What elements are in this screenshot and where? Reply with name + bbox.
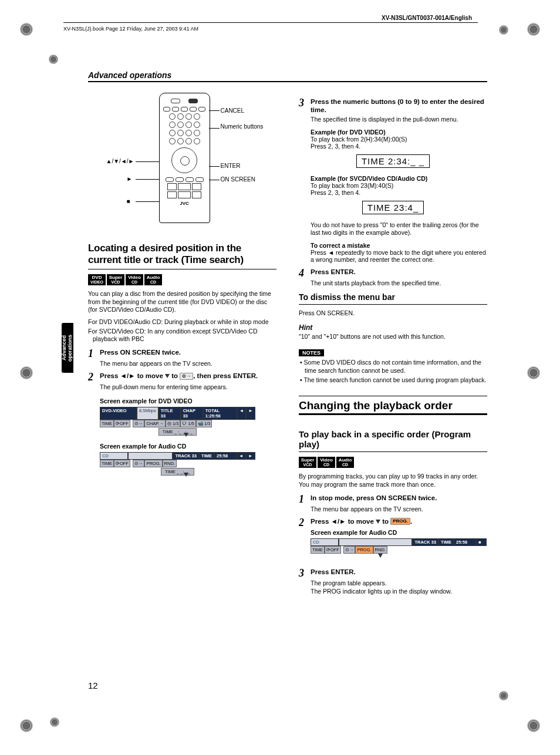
step2-sub: The pull-down menu for entering time app… bbox=[100, 383, 276, 390]
step-number: 3 bbox=[299, 97, 307, 108]
section-title: Advanced operations bbox=[88, 70, 487, 82]
time-display-dvd: TIME 2:34:_ _ bbox=[356, 154, 430, 168]
pstep1-sub: The menu bar appears on the TV screen. bbox=[311, 505, 487, 513]
callout-stop: ■ bbox=[127, 198, 130, 204]
pstep2-text: Press ◄/► to move to PROG.. bbox=[311, 517, 487, 525]
callout-numeric: Numeric buttons bbox=[221, 123, 250, 130]
menubar-prog: CD TRACK 33 TIME 25:58 ■ TIME ⟳OFF ⊙→ PR… bbox=[311, 538, 487, 559]
program-intro: By programming tracks, you can play up t… bbox=[299, 473, 487, 488]
time-search-heading: Locating a desired position in the curre… bbox=[88, 242, 276, 265]
side-tab: Advanced operations bbox=[62, 323, 73, 373]
hint-body: "10" and "+10" buttons are not used with… bbox=[299, 333, 487, 341]
condition-svcd: For SVCD/Video CD: In any condition exce… bbox=[88, 328, 276, 343]
prog-icon: PROG. bbox=[390, 518, 410, 525]
step-number: 1 bbox=[88, 348, 96, 359]
note-2: • The time search function cannot be use… bbox=[299, 376, 487, 385]
crop-mark-icon bbox=[18, 717, 35, 734]
crop-mark-icon bbox=[525, 717, 542, 734]
example-cd-title: Example (for SVCD/Video CD/Audio CD) bbox=[311, 175, 487, 182]
cursor-icon bbox=[378, 554, 383, 558]
crop-mark-icon bbox=[525, 364, 542, 382]
clock-goto-icon: ⊙→ bbox=[180, 373, 193, 380]
crop-mark-icon bbox=[497, 23, 510, 36]
crop-mark-icon bbox=[48, 716, 61, 729]
program-badges: SuperVCD VideoCD AudioCD bbox=[299, 457, 487, 468]
example-cd-l2: Press 2, 3, then 4. bbox=[311, 189, 487, 196]
crop-mark-icon bbox=[497, 689, 510, 702]
crop-mark-icon bbox=[18, 21, 35, 38]
crop-mark-icon bbox=[47, 53, 60, 66]
pstep1-text: In stop mode, press ON SCREEN twice. bbox=[311, 494, 487, 502]
menubar-cd: CD TRACK 33 TIME 25:58 ◄ ► TIME ⟳OFF ⊙→ … bbox=[100, 452, 255, 476]
cursor-icon bbox=[184, 473, 188, 477]
pstep2-sub: Screen example for Audio CD bbox=[311, 529, 487, 536]
example-dvd-l1: To play back from 2(H):34(M):00(S) bbox=[311, 136, 487, 143]
crop-mark-icon bbox=[18, 364, 35, 382]
time-display-cd: TIME 23:4_ bbox=[362, 201, 424, 214]
trailing-zero-note: You do not have to press "0" to enter th… bbox=[311, 221, 487, 237]
pstep3-sub1: The program table appears. bbox=[311, 579, 487, 587]
step4-sub: The unit starts playback from the specif… bbox=[311, 279, 487, 287]
callout-onscreen: ON SCREEN bbox=[221, 176, 255, 183]
step1-sub: The menu bar appears on the TV screen. bbox=[100, 360, 276, 367]
program-play-heading: To play back in a specific order (Progra… bbox=[299, 429, 487, 449]
header-model: XV-N3SL/GNT0037-001A/English bbox=[382, 15, 472, 21]
example-cd-l1: To play back from 23(M):40(S) bbox=[311, 182, 487, 189]
step-number: 2 bbox=[299, 517, 307, 528]
step4-text: Press ENTER. bbox=[311, 268, 487, 276]
step3-sub: The specified time is displayed in the p… bbox=[311, 116, 487, 123]
menubar-dvd: DVD-VIDEO 8.5Mbps TITLE 33 CHAP 33 TOTAL… bbox=[100, 407, 255, 436]
example-cd-label: Screen example for Audio CD bbox=[100, 443, 276, 450]
pstep3-sub2: The PROG indicator lights up in the disp… bbox=[311, 588, 487, 595]
callout-play: ► bbox=[127, 176, 133, 182]
correct-mistake-title: To correct a mistake bbox=[311, 242, 487, 249]
condition-dvd: For DVD VIDEO/Audio CD: During playback … bbox=[88, 318, 276, 326]
step-number: 2 bbox=[88, 372, 96, 382]
callout-enter: ENTER bbox=[221, 163, 241, 169]
hint-title: Hint bbox=[299, 323, 487, 332]
step2-text: Press ◄/► to move to ⊙→, then press ENTE… bbox=[100, 372, 276, 380]
page-number: 12 bbox=[88, 680, 98, 690]
changing-order-heading: Changing the playback order bbox=[299, 396, 487, 415]
dismiss-title: To dismiss the menu bar bbox=[299, 292, 487, 302]
example-dvd-label: Screen example for DVD VIDEO bbox=[100, 397, 276, 405]
cursor-icon bbox=[184, 433, 188, 437]
intro-text: You can play a disc from the desired pos… bbox=[88, 290, 276, 314]
pstep3-text: Press ENTER. bbox=[311, 568, 487, 576]
example-dvd-l2: Press 2, 3, then 4. bbox=[311, 143, 487, 150]
cursor-icon bbox=[376, 520, 380, 524]
callout-cancel: CANCEL bbox=[221, 107, 245, 114]
dismiss-body: Press ON SCREEN. bbox=[299, 309, 487, 318]
step-number: 3 bbox=[299, 568, 307, 578]
remote-diagram: JVC CANCEL Numeric buttons ▲/▼/◄/► ► ■ E… bbox=[100, 93, 265, 225]
step1-text: Press ON SCREEN twice. bbox=[100, 348, 276, 356]
step-number: 1 bbox=[299, 494, 307, 504]
notes-label: NOTES bbox=[299, 349, 324, 356]
disc-badges: DVDVIDEO SuperVCD VideoCD AudioCD bbox=[88, 274, 276, 285]
step-number: 4 bbox=[299, 268, 307, 278]
note-1: • Some DVD VIDEO discs do not contain ti… bbox=[299, 359, 487, 375]
step3-text: Press the numeric buttons (0 to 9) to en… bbox=[311, 97, 487, 114]
header-book-info: XV-N3SL(J).book Page 12 Friday, June 27,… bbox=[63, 22, 478, 32]
example-dvd-title: Example (for DVD VIDEO) bbox=[311, 129, 487, 136]
callout-arrows: ▲/▼/◄/► bbox=[106, 158, 134, 164]
cursor-icon bbox=[165, 374, 170, 378]
remote-brand: JVC bbox=[160, 201, 210, 206]
correct-mistake-body: Press ◄ repeatedly to move back to the d… bbox=[311, 249, 487, 263]
crop-mark-icon bbox=[525, 21, 542, 38]
